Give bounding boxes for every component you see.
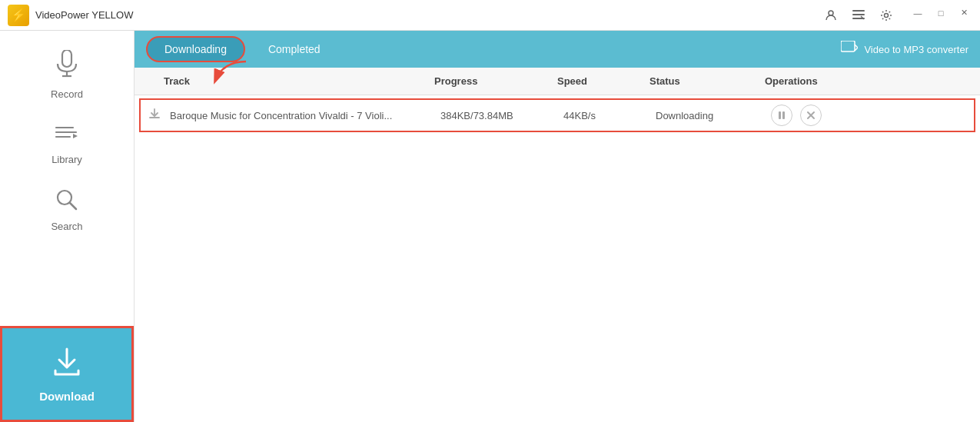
close-button[interactable]: ✕ xyxy=(955,5,972,22)
table-row: Baroque Music for Concentration Vivaldi … xyxy=(139,98,975,132)
pause-button[interactable] xyxy=(771,105,792,126)
cancel-button[interactable] xyxy=(800,105,822,126)
minimize-button[interactable]: — xyxy=(909,5,926,22)
table-body: Baroque Music for Concentration Vivaldi … xyxy=(135,95,980,422)
search-icon xyxy=(55,188,78,217)
row-progress: 384KB/73.84MB xyxy=(440,110,563,121)
titlebar: ⚡ VideoPower YELLOW — □ ✕ xyxy=(0,0,980,31)
tab-downloading[interactable]: Downloading xyxy=(146,36,245,62)
sidebar-item-record[interactable]: Record xyxy=(0,38,134,111)
row-track-name: Baroque Music for Concentration Vivaldi … xyxy=(170,110,440,121)
col-track: Track xyxy=(142,75,434,87)
sidebar-item-search[interactable]: Search xyxy=(0,177,134,244)
row-download-icon xyxy=(148,108,170,123)
library-label: Library xyxy=(51,154,82,165)
col-status: Status xyxy=(649,75,765,87)
svg-rect-14 xyxy=(779,111,781,119)
col-operations: Operations xyxy=(765,75,972,87)
row-speed: 44KB/s xyxy=(563,110,656,121)
download-label: Download xyxy=(39,390,95,403)
library-icon xyxy=(55,123,79,150)
svg-rect-5 xyxy=(62,50,71,67)
maximize-button[interactable]: □ xyxy=(932,5,949,22)
sidebar: Record Library Search xyxy=(0,31,135,422)
svg-point-0 xyxy=(829,11,833,15)
converter-label: Video to MP3 converter xyxy=(864,44,968,55)
main-content: Downloading Completed Video to MP3 conve… xyxy=(135,31,980,422)
col-progress: Progress xyxy=(434,75,557,87)
titlebar-controls: — □ ✕ xyxy=(820,5,972,26)
tab-completed[interactable]: Completed xyxy=(251,36,337,62)
menu-icon[interactable] xyxy=(848,5,869,26)
record-icon xyxy=(55,50,79,85)
sidebar-item-library[interactable]: Library xyxy=(0,111,134,177)
row-status: Downloading xyxy=(656,110,771,121)
svg-line-12 xyxy=(70,203,76,209)
tab-bar: Downloading Completed Video to MP3 conve… xyxy=(135,31,980,68)
svg-rect-2 xyxy=(852,14,865,15)
sidebar-item-download[interactable]: Download xyxy=(0,326,134,422)
record-label: Record xyxy=(51,88,83,100)
row-operations xyxy=(771,105,966,126)
converter-icon xyxy=(841,41,858,58)
svg-point-4 xyxy=(885,13,889,17)
col-speed: Speed xyxy=(557,75,649,87)
table-header: Track Progress Speed Status Operations xyxy=(135,68,980,95)
download-icon xyxy=(51,346,83,385)
settings-icon[interactable] xyxy=(875,5,897,26)
svg-rect-1 xyxy=(852,10,865,12)
app-logo: ⚡ xyxy=(8,5,29,26)
app-body: Record Library Search xyxy=(0,31,980,422)
app-title: VideoPower YELLOW xyxy=(35,9,820,21)
user-icon[interactable] xyxy=(820,5,842,26)
search-label: Search xyxy=(51,221,82,232)
svg-rect-13 xyxy=(841,41,855,52)
svg-rect-15 xyxy=(782,111,785,119)
converter-button[interactable]: Video to MP3 converter xyxy=(841,41,968,58)
